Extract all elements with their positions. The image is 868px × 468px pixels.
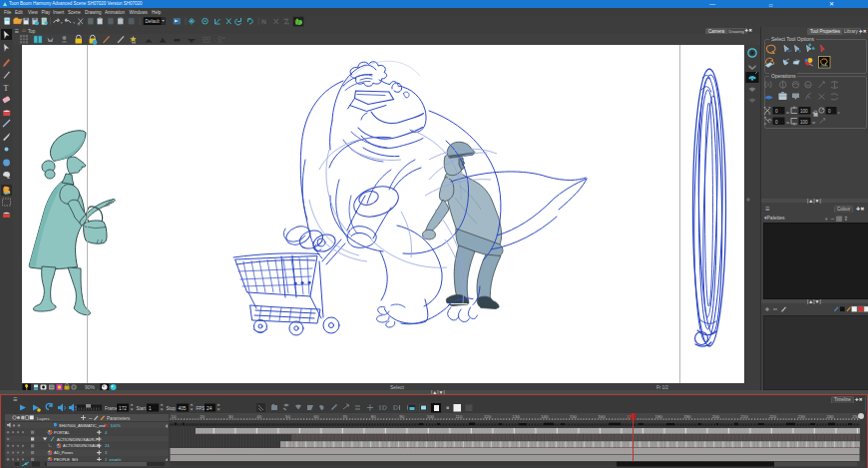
svg-text:0: 0 (775, 120, 778, 125)
svg-text:▸: ▸ (838, 110, 841, 115)
svg-text:100: 100 (800, 109, 808, 114)
svg-text:◂▸: ◂▸ (786, 120, 791, 125)
svg-text:◂▸: ◂▸ (812, 120, 817, 125)
svg-text:0: 0 (828, 109, 831, 114)
svg-text:0: 0 (775, 109, 778, 114)
svg-text:Fr 1/2: Fr 1/2 (656, 385, 668, 390)
svg-text:Default: Default (146, 19, 161, 24)
svg-text:T: T (4, 84, 9, 93)
svg-text:90%: 90% (85, 384, 96, 390)
svg-text:100: 100 (800, 120, 808, 125)
svg-text:◂▸: ◂▸ (786, 110, 791, 115)
svg-text:Select: Select (390, 384, 405, 390)
